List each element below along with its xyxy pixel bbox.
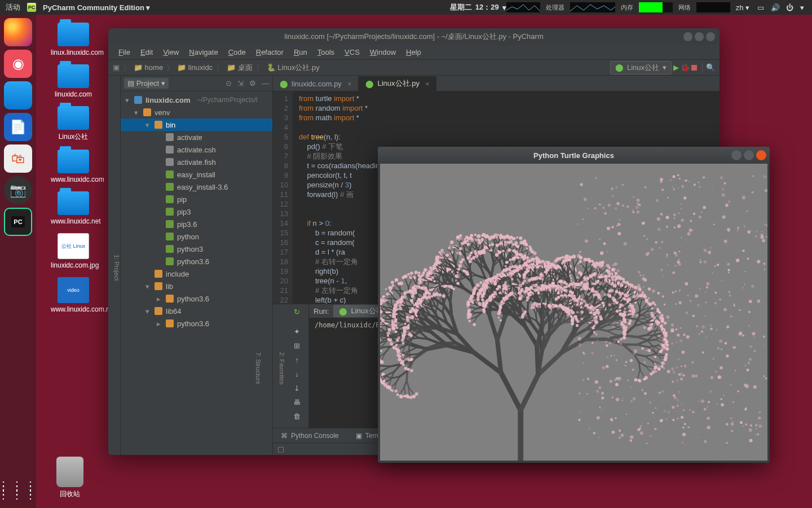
power-icon[interactable]: ⏻ xyxy=(784,3,796,12)
writer-icon[interactable]: 📄 xyxy=(4,113,32,141)
down-icon[interactable]: ↓ xyxy=(295,370,299,378)
tree-root[interactable]: ▾ linuxidc.com~/PycharmProjects/l xyxy=(121,94,272,106)
hide-icon[interactable]: — xyxy=(262,79,269,87)
sidebar-tab-structure[interactable]: 7: Structure xyxy=(255,352,262,384)
sidebar-tab-project[interactable]: 1: Project xyxy=(113,255,120,281)
tree-item[interactable]: activate xyxy=(121,131,272,143)
camera-icon[interactable]: 📷 xyxy=(4,176,32,204)
turtle-minimize-button[interactable] xyxy=(731,150,742,160)
tree-item[interactable]: activate.fish xyxy=(121,156,272,168)
cpu-graph[interactable] xyxy=(506,2,540,12)
project-tree[interactable]: ▾ linuxidc.com~/PycharmProjects/l ▾venv▾… xyxy=(121,91,272,455)
bottom-tab[interactable]: ⌘Python Console xyxy=(277,431,342,441)
pin-icon[interactable]: ✦ xyxy=(294,327,300,336)
editor-tab[interactable]: ⬤Linux公社.py× xyxy=(359,76,436,91)
desktop-item[interactable]: videowww.linuxidc.com.mp4 xyxy=(51,277,96,313)
tree-item[interactable]: pip xyxy=(121,193,272,205)
stop-button[interactable] xyxy=(690,63,699,72)
tree-item[interactable]: python3 xyxy=(121,243,272,255)
menu-vcs[interactable]: VCS xyxy=(340,46,364,58)
tree-item[interactable]: activate.csh xyxy=(121,143,272,156)
layout-icon[interactable]: ⊞ xyxy=(294,341,300,350)
firefox-icon[interactable] xyxy=(4,18,32,46)
menu-run[interactable]: Run xyxy=(289,46,312,58)
export-icon[interactable]: ⤓ xyxy=(294,384,300,392)
pycharm-titlebar[interactable]: linuxidc.com [~/PycharmProjects/linuxidc… xyxy=(108,28,720,45)
turtle-titlebar[interactable]: Python Turtle Graphics xyxy=(378,147,770,164)
show-apps-icon[interactable]: ⋮⋮⋮⋮⋮⋮⋮⋮⋮ xyxy=(0,483,38,497)
rerun-icon[interactable]: ↻ xyxy=(294,308,300,316)
tree-item[interactable]: include xyxy=(121,268,272,280)
trash[interactable]: 回收站 xyxy=(56,457,83,499)
notification-icon[interactable]: ▾ xyxy=(502,3,506,12)
tree-item[interactable]: ▾lib xyxy=(121,280,272,292)
pycharm-dock-icon[interactable]: PC xyxy=(4,208,32,236)
print-icon[interactable]: 🖶 xyxy=(293,398,301,406)
editor-tab[interactable]: ⬤linuxidc.com.py× xyxy=(273,76,359,91)
menu-edit[interactable]: Edit xyxy=(136,46,157,58)
tree-item[interactable]: python3.6 xyxy=(121,255,272,268)
collapse-all-icon[interactable]: ⇲ xyxy=(237,79,244,87)
menu-view[interactable]: View xyxy=(158,46,183,58)
breadcrumb-item[interactable]: 📁 桌面 xyxy=(227,63,253,73)
menu-help[interactable]: Help xyxy=(401,46,426,58)
breadcrumb[interactable]: ▣ 〉📁 home〉📁 linuxidc〉📁 桌面〉🐍 Linux公社.py xyxy=(113,63,320,73)
run-config-selector[interactable]: ⬤ Linux公社 ▾ xyxy=(610,61,672,75)
clock-day[interactable]: 星期二 xyxy=(450,2,472,12)
desktop-item[interactable]: 公社 Linuxlinuxidc.com.jpg xyxy=(51,233,96,269)
desktop-item[interactable]: linuxidc.com xyxy=(51,64,96,98)
menu-tools[interactable]: Tools xyxy=(313,46,339,58)
dropdown-icon[interactable]: ▾ xyxy=(798,3,806,12)
tree-item[interactable]: ▸python3.6 xyxy=(121,292,272,305)
app-menu[interactable]: PyCharm Community Edition ▾ xyxy=(43,3,150,12)
menu-code[interactable]: Code xyxy=(224,46,250,58)
tree-item[interactable]: ▾bin xyxy=(121,119,272,131)
tree-item[interactable]: python xyxy=(121,230,272,243)
turtle-maximize-button[interactable] xyxy=(744,150,754,160)
up-icon[interactable]: ↑ xyxy=(295,356,299,364)
tree-item[interactable]: ▸python3.6 xyxy=(121,317,272,330)
screenshot-icon[interactable]: ◉ xyxy=(4,50,32,78)
turtle-close-button[interactable] xyxy=(756,150,766,160)
files-icon[interactable] xyxy=(4,81,32,110)
tree-item[interactable]: easy_install xyxy=(121,168,272,181)
settings-icon[interactable]: ⚙ xyxy=(249,79,256,87)
software-icon[interactable]: 🛍 xyxy=(4,144,32,173)
breadcrumb-item[interactable]: 📁 home xyxy=(134,63,163,72)
close-button[interactable] xyxy=(706,32,715,41)
cpu-graph-2[interactable] xyxy=(570,2,615,12)
scroll-from-source-icon[interactable]: ⊙ xyxy=(226,79,232,87)
maximize-button[interactable] xyxy=(695,32,704,41)
minimize-button[interactable] xyxy=(683,32,692,41)
clock-time[interactable]: 12：29 xyxy=(475,2,499,12)
desktop-item[interactable]: www.linuxidc.com xyxy=(51,150,96,183)
search-icon[interactable]: 🔍 xyxy=(706,63,715,72)
net-graph[interactable] xyxy=(696,2,730,12)
breadcrumb-item[interactable]: 📁 linuxidc xyxy=(177,63,213,72)
close-icon[interactable]: × xyxy=(425,80,430,88)
breadcrumb-item[interactable]: ▣ xyxy=(113,63,120,72)
debug-button[interactable]: 🐞 xyxy=(681,63,690,72)
network-icon[interactable]: ▭ xyxy=(755,3,766,12)
volume-icon[interactable]: 🔊 xyxy=(769,3,782,12)
sidebar-tab-favorites[interactable]: 2: Favorites xyxy=(279,352,285,384)
desktop-item[interactable]: www.linuxidc.net xyxy=(51,191,96,225)
menu-navigate[interactable]: Navigate xyxy=(184,46,222,58)
mem-graph[interactable] xyxy=(639,2,673,12)
close-icon[interactable]: × xyxy=(347,80,352,88)
desktop-item[interactable]: Linux公社 xyxy=(51,106,96,142)
menu-file[interactable]: File xyxy=(114,46,135,58)
breadcrumb-item[interactable]: 🐍 Linux公社.py xyxy=(267,63,320,73)
activities-button[interactable]: 活动 xyxy=(6,2,20,12)
tree-item[interactable]: pip3 xyxy=(121,205,272,218)
run-button[interactable]: ▶ xyxy=(672,63,681,72)
ime-indicator[interactable]: zh ▾ xyxy=(736,3,749,12)
tree-item[interactable]: pip3.6 xyxy=(121,218,272,230)
tree-item[interactable]: ▾lib64 xyxy=(121,305,272,317)
desktop-item[interactable]: linux.linuxidc.com xyxy=(51,23,96,56)
trash-icon[interactable]: 🗑 xyxy=(293,412,301,421)
menu-window[interactable]: Window xyxy=(365,46,400,58)
project-view-selector[interactable]: ▤ Project ▾ xyxy=(124,78,169,89)
tree-item[interactable]: easy_install-3.6 xyxy=(121,181,272,193)
menu-refactor[interactable]: Refactor xyxy=(251,46,288,58)
